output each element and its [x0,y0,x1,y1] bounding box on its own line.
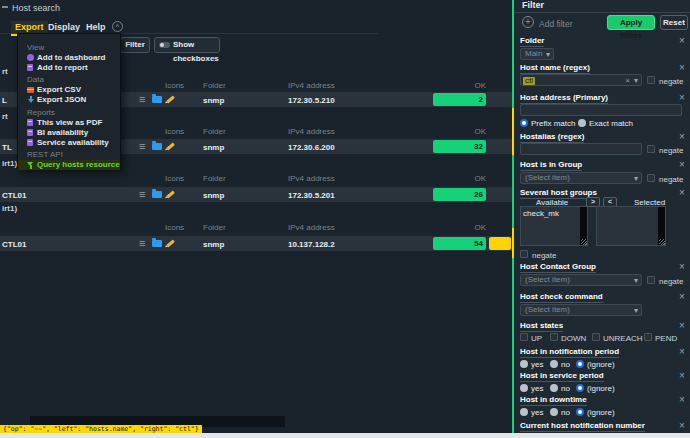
close-icon[interactable]: × [677,292,687,302]
contact-group-select[interactable]: (Select item)▾ [520,274,642,286]
ok-count-badge[interactable]: 54 [433,237,486,250]
close-icon[interactable]: × [677,93,687,103]
hostgroup-select[interactable]: (Select item)▾ [520,172,642,184]
close-icon[interactable]: × [677,188,687,198]
col-ok: OK [433,127,486,136]
state-pend-checkbox[interactable] [644,333,652,341]
filter-hostgroup-label: Host is in Group [520,160,582,171]
host-name[interactable]: CTL01 [2,191,26,200]
show-checkboxes-button[interactable]: Show checkboxes [154,37,220,53]
menu-item-add-to-report[interactable]: Add to report [18,63,120,73]
yes-label: yes [531,408,543,417]
resize-handle[interactable] [659,239,665,245]
host-row[interactable]: CTL01 ≡ snmp 10.137.128.2 54 [0,236,512,251]
menu-item-view-as-pdf[interactable]: This view as PDF [18,118,120,128]
hostaddress-input[interactable] [520,104,682,116]
close-icon[interactable]: × [677,262,687,272]
hostname-negate-checkbox[interactable] [647,76,655,84]
service-ignore-radio[interactable] [576,384,584,392]
available-listbox[interactable]: check_mk [520,206,588,246]
host-name[interactable]: CTL01 [2,240,26,249]
contact-group-negate-checkbox[interactable] [647,276,655,284]
close-icon[interactable]: × [677,132,687,142]
list-item[interactable]: check_mk [523,209,559,218]
selected-listbox[interactable] [596,206,666,246]
close-icon[interactable]: × [677,321,687,331]
folder-icon[interactable] [152,143,162,150]
reset-button[interactable]: Reset [660,15,688,30]
apply-filters-button[interactable]: Apply filters [607,15,655,30]
notif-yes-radio[interactable] [520,360,528,368]
notif-ignore-radio[interactable] [576,360,584,368]
edit-icon[interactable] [166,142,175,150]
hamburger-icon[interactable]: ≡ [139,93,145,106]
col-icons: Icons [165,223,184,232]
close-icon[interactable]: × [677,63,687,73]
check-command-select[interactable]: (Select item)▾ [520,304,642,316]
close-icon[interactable]: × [677,421,687,431]
downtime-ignore-radio[interactable] [576,408,584,416]
resize-handle[interactable] [581,239,587,245]
edit-icon[interactable] [166,190,175,198]
notif-no-radio[interactable] [550,360,558,368]
hamburger-icon[interactable]: ≡ [139,188,145,201]
collapse-menu-icon[interactable]: ^ [112,21,123,32]
folder-icon[interactable] [152,96,162,103]
edit-icon[interactable] [166,95,175,103]
clear-icon[interactable]: × [625,76,630,85]
host-name[interactable]: L [2,96,7,105]
close-icon[interactable]: × [677,395,687,405]
close-icon[interactable]: × [677,160,687,170]
state-up-checkbox[interactable] [520,333,528,341]
filter-panel-title: Filter [522,0,544,10]
yes-label: yes [531,384,543,393]
report-icon [27,129,33,136]
menu-item-bi-availability[interactable]: BI availability [18,128,120,138]
menu-item-export-csv[interactable]: Export CSV [18,85,120,95]
hostalias-input[interactable] [520,143,642,155]
service-yes-radio[interactable] [520,384,528,392]
menu-item-query-hosts-resource[interactable]: Query hosts resource [18,160,120,170]
hostalias-negate-checkbox[interactable] [647,145,655,153]
ok-count-badge[interactable]: 32 [433,140,486,153]
filter-contact-group-label: Host Contact Group [520,262,596,273]
downtime-no-radio[interactable] [550,408,558,416]
close-icon[interactable]: × [677,36,687,46]
folder-select[interactable]: Main▾ [520,48,554,60]
several-groups-negate-checkbox[interactable] [520,250,528,258]
chevron-down-icon[interactable]: ▾ [634,76,638,85]
menu-item-service-availability[interactable]: Service availability [18,138,120,148]
downtime-yes-radio[interactable] [520,408,528,416]
prefix-match-radio[interactable] [520,119,528,127]
col-ip: IPv4 address [288,81,335,90]
hamburger-icon[interactable]: ≡ [139,140,145,153]
hostgroup-negate-checkbox[interactable] [647,174,655,182]
menu-item-export-json[interactable]: Export JSON [18,95,120,105]
edit-icon[interactable] [166,239,175,247]
ok-count-badge[interactable]: 26 [433,188,486,201]
close-icon[interactable]: × [677,371,687,381]
service-no-radio[interactable] [550,384,558,392]
plus-icon[interactable]: + [522,16,534,28]
state-unreach-checkbox[interactable] [592,333,600,341]
filter-downtime-label: Host in downtime [520,395,587,406]
folder-icon[interactable] [152,191,162,198]
host-name[interactable]: TL [2,143,12,152]
add-filter-label[interactable]: Add filter [539,19,573,29]
filter-button[interactable]: Filter [120,37,150,53]
ok-count-badge[interactable]: 2 [433,93,486,106]
warn-count-badge[interactable] [489,237,511,250]
menu-section-rest-api: REST API [18,150,120,160]
hamburger-icon[interactable]: ≡ [139,237,145,250]
hostname-input[interactable]: ctl × ▾ [520,74,642,86]
state-up-label: UP [531,334,542,343]
report-icon [27,139,33,146]
menu-item-add-to-dashboard[interactable]: Add to dashboard [18,53,120,63]
divider [514,12,690,13]
close-icon[interactable]: × [677,347,687,357]
host-row[interactable]: CTL01 ≡ snmp 172.30.5.201 26 [0,187,512,202]
filter-hostname-label: Host name (regex) [520,63,590,74]
folder-icon[interactable] [152,240,162,247]
state-down-checkbox[interactable] [550,333,558,341]
exact-match-radio[interactable] [578,119,586,127]
